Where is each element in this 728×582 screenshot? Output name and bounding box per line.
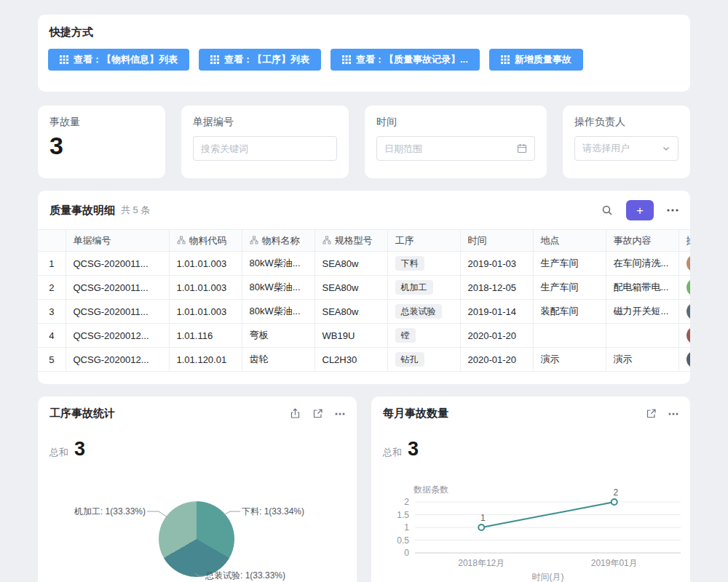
operator-select-placeholder: 请选择用户: [582, 142, 657, 155]
cell: 配电箱带电...: [606, 276, 678, 300]
table-toolbar: 质量事故明细 共 5 条 +: [38, 191, 690, 229]
dashboard-page: 快捷方式 查看：【物料信息】列表查看：【工序】列表查看：【质量事故记录】...新…: [0, 0, 728, 582]
cell: 1: [38, 252, 66, 276]
svg-text:1: 1: [404, 522, 409, 533]
cell: [678, 348, 690, 372]
cell: 总装试验: [387, 300, 460, 324]
hierarchy-icon: [177, 236, 186, 247]
cell: WB19U: [314, 324, 387, 348]
total-label: 总和: [383, 446, 402, 459]
search-icon[interactable]: [601, 204, 613, 216]
shortcut-button-label: 查看：【工序】列表: [224, 53, 309, 66]
total-value: 3: [408, 438, 419, 461]
doc-no-filter-label: 单据编号: [193, 116, 337, 129]
column-header: 物料名称: [242, 230, 314, 252]
accident-count-value: 3: [50, 132, 154, 160]
cell: 1.01.01.003: [169, 252, 242, 276]
cell: 下料: [387, 252, 460, 276]
shortcut-button[interactable]: 新增质量事故: [489, 49, 583, 71]
chart-total: 总和 3: [371, 420, 690, 461]
total-label: 总和: [50, 446, 68, 459]
grid-icon: [501, 55, 510, 64]
doc-no-search-input[interactable]: [201, 143, 329, 154]
process-tag: 钻孔: [395, 352, 424, 367]
svg-text:0: 0: [404, 548, 409, 558]
svg-text:2: 2: [404, 497, 409, 507]
expand-icon[interactable]: [646, 408, 657, 419]
chart-actions: [290, 408, 345, 419]
shortcut-button[interactable]: 查看：【工序】列表: [199, 49, 321, 71]
column-header: [38, 230, 66, 252]
operator-filter-label: 操作负责人: [574, 116, 678, 129]
svg-text:2018年12月: 2018年12月: [458, 558, 505, 568]
cell: 2020-01-20: [460, 348, 533, 372]
more-icon[interactable]: [668, 412, 678, 415]
shortcut-buttons: 查看：【物料信息】列表查看：【工序】列表查看：【质量事故记录】...新增质量事故: [38, 49, 690, 71]
shortcut-button-label: 新增质量事故: [515, 53, 571, 66]
table-row[interactable]: 1QCSG-2020011...1.01.01.00380kW柴油...SEA8…: [38, 252, 690, 276]
chart-total: 总和 3: [38, 420, 357, 461]
date-range-box[interactable]: [376, 136, 535, 161]
shortcuts-card: 快捷方式 查看：【物料信息】列表查看：【工序】列表查看：【质量事故记录】...新…: [38, 15, 690, 92]
column-header: 时间: [460, 230, 533, 252]
grid-icon: [342, 55, 351, 64]
avatar: [687, 279, 691, 296]
column-header: 操作负责人: [678, 230, 690, 252]
x-axis-title: 时间(月): [415, 571, 681, 582]
table-row[interactable]: 5QCSG-2020012...1.01.120.01齿轮CL2H30钻孔202…: [38, 348, 690, 372]
table-header-row: 单据编号物料代码物料名称规格型号工序时间地点事故内容操作负责人: [38, 230, 690, 252]
time-filter-label: 时间: [376, 116, 535, 129]
cell: 弯板: [242, 324, 314, 348]
table-row[interactable]: 3QCSG-2020011...1.01.01.00380kW柴油...SEA8…: [38, 300, 690, 324]
more-icon[interactable]: [667, 209, 678, 212]
avatar: [687, 351, 691, 368]
avatar: [687, 303, 691, 320]
cell: 装配车间: [533, 300, 606, 324]
cell: [678, 276, 690, 300]
cell: 演示: [606, 348, 678, 372]
shortcut-button[interactable]: 查看：【质量事故记录】...: [331, 49, 480, 71]
process-tag: 机加工: [395, 280, 433, 295]
grid-icon: [210, 55, 219, 64]
cell: 2: [38, 276, 66, 300]
shortcut-button[interactable]: 查看：【物料信息】列表: [48, 49, 189, 71]
operator-select[interactable]: 请选择用户: [574, 136, 678, 161]
table-count: 共 5 条: [121, 204, 150, 217]
cell: QCSG-2020012...: [66, 324, 169, 348]
process-stat-chart-card: 机加工: 1(33.33%) 下料: 1(33.34%) 总装试验: 1(33.…: [38, 396, 357, 582]
cell: 1.01.01.003: [169, 276, 242, 300]
monthly-accident-chart-card: 00.511.5212018年12月22019年01月数据条数 时间(月) 每月…: [371, 396, 690, 582]
cell: CL2H30: [314, 348, 387, 372]
column-header: 事故内容: [606, 230, 678, 252]
cell: [533, 324, 606, 348]
column-header: 规格型号: [314, 230, 387, 252]
column-header: 物料代码: [169, 230, 242, 252]
table-row[interactable]: 4QCSG-2020012...1.01.116弯板WB19U镗2020-01-…: [38, 324, 690, 348]
cell: 5: [38, 348, 66, 372]
more-icon[interactable]: [335, 412, 345, 415]
avatar: [687, 255, 691, 272]
table-row[interactable]: 2QCSG-2020011...1.01.01.00380kW柴油...SEA8…: [38, 276, 690, 300]
cell: [678, 252, 690, 276]
avatar: [687, 327, 691, 344]
cell: SEA80w: [314, 252, 387, 276]
cell: [606, 324, 678, 348]
column-header: 工序: [387, 230, 460, 252]
expand-icon[interactable]: [312, 408, 323, 419]
chart-header: 每月事故数量: [371, 396, 690, 420]
cell: 2018-12-05: [460, 276, 533, 300]
add-record-button[interactable]: +: [626, 200, 654, 220]
chevron-down-icon: [662, 144, 670, 153]
cell: 2019-01-03: [460, 252, 533, 276]
date-range-input[interactable]: [384, 143, 513, 154]
cell: QCSG-2020011...: [66, 300, 169, 324]
doc-no-search-box[interactable]: [193, 136, 337, 161]
filter-row: 事故量 3 单据编号 时间 操作负责人 请选择用户: [38, 105, 690, 178]
pie-chart[interactable]: [159, 501, 234, 577]
svg-text:2019年01月: 2019年01月: [591, 558, 638, 568]
cell: 1.01.116: [169, 324, 242, 348]
total-value: 3: [74, 438, 85, 461]
svg-text:1: 1: [480, 513, 486, 523]
time-filter-card: 时间: [365, 105, 547, 178]
share-icon[interactable]: [290, 408, 301, 419]
